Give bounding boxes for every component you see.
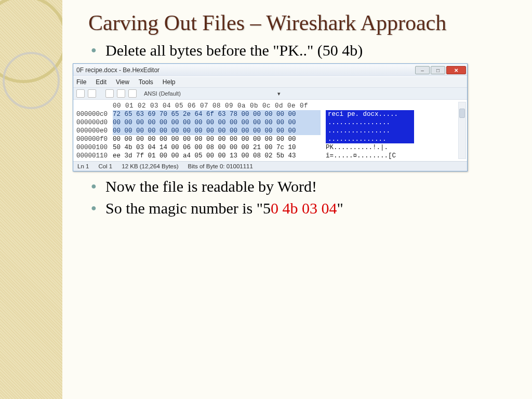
slide-title: Carving Out Files – Wireshark Approach <box>88 10 516 35</box>
offset: 00000110 <box>76 152 113 160</box>
hex-bytes[interactable]: 72 65 63 69 70 65 2e 64 6f 63 78 00 00 0… <box>113 110 321 118</box>
status-bits: Bits of Byte 0: 01001111 <box>188 163 253 169</box>
open-icon[interactable] <box>76 89 85 98</box>
offset: 000000f0 <box>76 135 113 143</box>
window-buttons: – □ ✕ <box>415 66 466 74</box>
menu-view[interactable]: View <box>116 78 129 86</box>
bullet-3-magic-bytes: 0 4b 03 04 <box>271 200 337 217</box>
menu-help[interactable]: Help <box>163 78 176 86</box>
statusbar: Ln 1 Col 1 12 KB (12,264 Bytes) Bits of … <box>73 161 467 171</box>
paste-icon[interactable] <box>128 89 137 98</box>
bullet-list-2: Now the file is readable by Word! So the… <box>91 178 516 217</box>
hex-bytes[interactable]: 00 00 00 00 00 00 00 00 00 00 00 00 00 0… <box>113 127 321 135</box>
slide-content: Carving Out Files – Wireshark Approach D… <box>62 0 532 399</box>
toolbar: ANSI (Default) ▾ <box>73 87 467 99</box>
hex-column-header: 00 01 02 03 04 05 06 07 08 09 0a 0b 0c 0… <box>113 102 464 110</box>
hex-bytes[interactable]: 50 4b 03 04 14 00 06 00 08 00 00 00 21 0… <box>113 143 321 152</box>
hex-row: 000000f0 00 00 00 00 00 00 00 00 00 00 0… <box>76 135 464 143</box>
dropdown-arrow-icon[interactable]: ▾ <box>277 90 281 97</box>
ascii-text: reci pe. docx..... <box>326 110 414 118</box>
vertical-scrollbar[interactable] <box>458 102 466 159</box>
hex-body: 00 01 02 03 04 05 06 07 08 09 0a 0b 0c 0… <box>73 99 467 161</box>
hex-row: 000000d0 00 00 00 00 00 00 00 00 00 00 0… <box>76 118 464 127</box>
deco-ring-small <box>3 52 60 109</box>
cut-icon[interactable] <box>105 89 114 98</box>
hex-bytes[interactable]: ee 3d 7f 01 00 00 a4 05 00 00 13 00 08 0… <box>113 152 321 160</box>
hex-row: 000000c0 72 65 63 69 70 65 2e 64 6f 63 7… <box>76 110 464 118</box>
bullet-3-text-c: " <box>337 200 343 217</box>
bullet-3-text-a: So the magic number is "5 <box>105 200 271 217</box>
copy-icon[interactable] <box>117 89 125 98</box>
save-icon[interactable] <box>88 89 96 98</box>
hex-bytes[interactable]: 00 00 00 00 00 00 00 00 00 00 00 00 00 0… <box>113 118 321 127</box>
ascii-text: ................ <box>326 127 414 135</box>
offset: 00000100 <box>76 143 113 152</box>
hex-row: 00000110 ee 3d 7f 01 00 00 a4 05 00 00 1… <box>76 152 464 160</box>
bullet-2: Now the file is readable by Word! <box>91 178 516 195</box>
menu-file[interactable]: File <box>76 78 86 86</box>
menu-edit[interactable]: Edit <box>96 78 107 86</box>
hex-row: 000000e0 00 00 00 00 00 00 00 00 00 00 0… <box>76 127 464 135</box>
close-button[interactable]: ✕ <box>446 66 466 74</box>
offset: 000000c0 <box>76 110 113 118</box>
bullet-list: Delete all bytes before the "PK.." (50 4… <box>91 42 516 59</box>
ascii-text: PK..........!.|. <box>326 143 414 152</box>
menubar: File Edit View Tools Help <box>73 76 467 87</box>
slide-left-decoration <box>0 0 62 399</box>
status-line: Ln 1 <box>77 163 89 169</box>
ascii-text: î=.....¤........[C <box>326 152 414 160</box>
status-size: 12 KB (12,264 Bytes) <box>122 163 178 169</box>
bullet-3: So the magic number is "50 4b 03 04" <box>91 200 516 217</box>
offset: 000000e0 <box>76 127 113 135</box>
scroll-thumb[interactable] <box>459 109 465 118</box>
hex-row: 00000100 50 4b 03 04 14 00 06 00 08 00 0… <box>76 143 464 152</box>
hexeditor-window: 0F recipe.docx - Be.HexEditor – □ ✕ File… <box>73 63 468 171</box>
menu-tools[interactable]: Tools <box>139 78 153 86</box>
hex-bytes[interactable]: 00 00 00 00 00 00 00 00 00 00 00 00 00 0… <box>113 135 321 143</box>
minimize-button[interactable]: – <box>415 66 430 74</box>
ascii-text: ............... <box>326 135 414 143</box>
encoding-dropdown[interactable]: ANSI (Default) <box>144 90 181 97</box>
offset: 000000d0 <box>76 118 113 127</box>
maximize-button[interactable]: □ <box>431 66 445 74</box>
bullet-1: Delete all bytes before the "PK.." (50 4… <box>91 42 516 59</box>
window-title-text: 0F recipe.docx - Be.HexEditor <box>76 66 415 74</box>
ascii-text: ................ <box>326 118 414 127</box>
hexeditor-titlebar: 0F recipe.docx - Be.HexEditor – □ ✕ <box>73 64 467 76</box>
status-col: Col 1 <box>98 163 112 169</box>
